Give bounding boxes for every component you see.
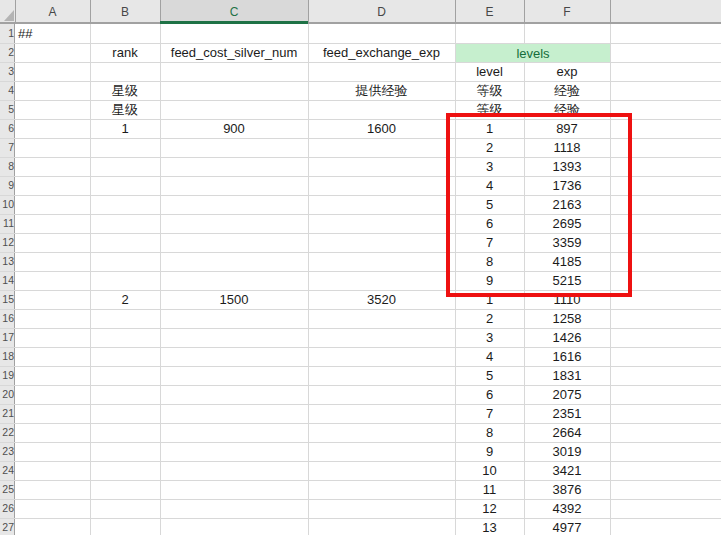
- cell-D6[interactable]: 1600: [308, 119, 455, 138]
- gridline-h: [0, 480, 721, 481]
- row-header-20[interactable]: 20: [0, 385, 14, 404]
- row-header-18[interactable]: 18: [0, 347, 14, 366]
- cell-B4[interactable]: 星级: [90, 81, 160, 100]
- cell-F23[interactable]: 3019: [524, 442, 610, 461]
- cell-E22[interactable]: 8: [455, 423, 524, 442]
- cell-E17[interactable]: 3: [455, 328, 524, 347]
- gridline-h: [0, 385, 721, 386]
- cell-B6[interactable]: 1: [90, 119, 160, 138]
- row-header-13[interactable]: 13: [0, 252, 14, 271]
- cell-F18[interactable]: 1616: [524, 347, 610, 366]
- row-header-3[interactable]: 3: [0, 62, 14, 81]
- header-divider: [455, 0, 456, 22]
- cell-F22[interactable]: 2664: [524, 423, 610, 442]
- row-header-23[interactable]: 23: [0, 442, 14, 461]
- gridline-h: [0, 499, 721, 500]
- cell-F17[interactable]: 1426: [524, 328, 610, 347]
- gridline-h: [0, 347, 721, 348]
- header-divider: [15, 0, 16, 22]
- spreadsheet-grid: ABCDEF1234567891011121314151617181920212…: [0, 0, 721, 535]
- header-divider: [160, 0, 161, 22]
- annotation-rectangle-shape[interactable]: [446, 113, 632, 297]
- cell-E27[interactable]: 13: [455, 518, 524, 535]
- gridline-h: [0, 423, 721, 424]
- cell-F19[interactable]: 1831: [524, 366, 610, 385]
- cell-D2[interactable]: feed_exchange_exp: [308, 43, 455, 62]
- gridline-h: [0, 442, 721, 443]
- cell-C6[interactable]: 900: [160, 119, 308, 138]
- cell-D15[interactable]: 3520: [308, 290, 455, 309]
- row-header-15[interactable]: 15: [0, 290, 14, 309]
- cell-E20[interactable]: 6: [455, 385, 524, 404]
- gridline-h: [0, 309, 721, 310]
- cell-E21[interactable]: 7: [455, 404, 524, 423]
- row-header-26[interactable]: 26: [0, 499, 14, 518]
- row-header-12[interactable]: 12: [0, 233, 14, 252]
- row-header-24[interactable]: 24: [0, 461, 14, 480]
- row-header-7[interactable]: 7: [0, 138, 14, 157]
- cell-C15[interactable]: 1500: [160, 290, 308, 309]
- column-header-col7[interactable]: [610, 0, 721, 24]
- row-header-4[interactable]: 4: [0, 81, 14, 100]
- cell-F26[interactable]: 4392: [524, 499, 610, 518]
- cell-F25[interactable]: 3876: [524, 480, 610, 499]
- cell-E18[interactable]: 4: [455, 347, 524, 366]
- cell-E16[interactable]: 2: [455, 309, 524, 328]
- column-header-B[interactable]: B: [90, 0, 160, 24]
- cell-F3[interactable]: exp: [524, 62, 610, 81]
- cell-A1[interactable]: ##: [15, 24, 90, 43]
- header-bottom-border: [0, 22, 721, 24]
- row-header-27[interactable]: 27: [0, 518, 14, 535]
- cell-F24[interactable]: 3421: [524, 461, 610, 480]
- row-header-2[interactable]: 2: [0, 43, 14, 62]
- row-header-8[interactable]: 8: [0, 157, 14, 176]
- cell-E26[interactable]: 12: [455, 499, 524, 518]
- row-header-14[interactable]: 14: [0, 271, 14, 290]
- cell-E19[interactable]: 5: [455, 366, 524, 385]
- cell-F16[interactable]: 1258: [524, 309, 610, 328]
- row-header-1[interactable]: 1: [0, 24, 14, 43]
- row-header-11[interactable]: 11: [0, 214, 14, 233]
- cell-C2[interactable]: feed_cost_silver_num: [160, 43, 308, 62]
- header-divider: [90, 0, 91, 22]
- row-header-6[interactable]: 6: [0, 119, 14, 138]
- cell-E23[interactable]: 9: [455, 442, 524, 461]
- gridline-h: [0, 518, 721, 519]
- gridline-h: [0, 62, 721, 63]
- row-header-17[interactable]: 17: [0, 328, 14, 347]
- row-header-22[interactable]: 22: [0, 423, 14, 442]
- cell-F27[interactable]: 4977: [524, 518, 610, 535]
- cell-D4[interactable]: 提供经验: [308, 81, 455, 100]
- cell-E3[interactable]: level: [455, 62, 524, 81]
- cell-E4[interactable]: 等级: [455, 81, 524, 100]
- cell-F21[interactable]: 2351: [524, 404, 610, 423]
- row-header-19[interactable]: 19: [0, 366, 14, 385]
- column-header-D[interactable]: D: [308, 0, 455, 24]
- header-divider: [308, 0, 309, 22]
- header-divider: [610, 0, 611, 22]
- gridline-h: [0, 366, 721, 367]
- selected-column-underline: [160, 21, 308, 24]
- row-header-10[interactable]: 10: [0, 195, 14, 214]
- row-header-5[interactable]: 5: [0, 100, 14, 119]
- column-header-E[interactable]: E: [455, 0, 524, 24]
- cell-B2[interactable]: rank: [90, 43, 160, 62]
- column-header-A[interactable]: A: [15, 0, 90, 24]
- cell-B15[interactable]: 2: [90, 290, 160, 309]
- cell-E25[interactable]: 11: [455, 480, 524, 499]
- column-header-F[interactable]: F: [524, 0, 610, 24]
- gridline-h: [0, 404, 721, 405]
- header-divider: [524, 0, 525, 22]
- row-header-16[interactable]: 16: [0, 309, 14, 328]
- gridline-h: [0, 461, 721, 462]
- cell-E2[interactable]: levels: [456, 44, 610, 62]
- cell-B5[interactable]: 星级: [90, 100, 160, 119]
- gridline-h: [0, 328, 721, 329]
- cell-F20[interactable]: 2075: [524, 385, 610, 404]
- cell-F4[interactable]: 经验: [524, 81, 610, 100]
- row-header-25[interactable]: 25: [0, 480, 14, 499]
- cell-E24[interactable]: 10: [455, 461, 524, 480]
- row-header-21[interactable]: 21: [0, 404, 14, 423]
- row-header-9[interactable]: 9: [0, 176, 14, 195]
